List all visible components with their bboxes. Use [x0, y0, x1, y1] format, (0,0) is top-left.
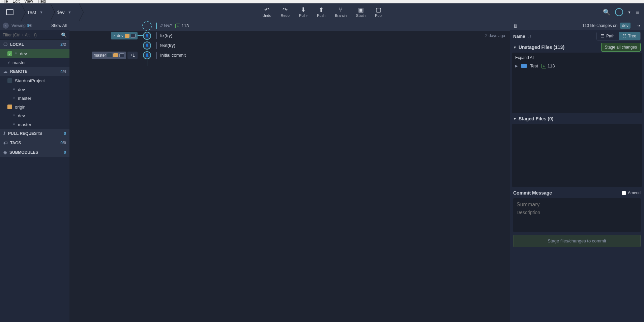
wip-message: // WIP +113 — [156, 23, 510, 29]
commit-node: 👤 — [143, 41, 151, 50]
unstaged-header: ▼ Unstaged Files (113) Stage all changes — [510, 42, 644, 53]
main: ‹ Viewing 6/6 Show All 🔍 🖵 LOCAL 2/2 ✓ ⑂… — [0, 21, 644, 322]
unstaged-file-area: Expand All ▶ Test +113 — [512, 53, 642, 113]
sidebar-remote-stardust[interactable]: StardustProject — [0, 76, 69, 85]
pull-request-icon: ⤴ — [3, 131, 5, 136]
ref-chip-more[interactable]: +1 — [127, 52, 138, 59]
back-button[interactable]: ‹ — [3, 23, 9, 29]
pull-button[interactable]: ⬇Pull▾ — [299, 7, 308, 18]
stash-button[interactable]: ▣Stash — [356, 7, 365, 18]
staged-title: Staged Files (0) — [519, 116, 553, 121]
menu-help[interactable]: Help — [38, 0, 46, 3]
section-tags[interactable]: 🏷 TAGS 0/0 — [0, 138, 69, 148]
caret-down-icon[interactable]: ▼ — [513, 117, 517, 121]
sidebar-item-origin-dev[interactable]: ⑂dev — [0, 111, 69, 120]
folder-icon — [521, 64, 527, 68]
graph-row-commit-2[interactable]: master +1 👤 Initial commit — [69, 50, 510, 60]
commit-title: Commit Message — [513, 190, 552, 196]
menubar: File Edit View Help — [0, 0, 644, 3]
tree-view-button[interactable]: ☷Tree — [619, 32, 640, 40]
file-tree-folder[interactable]: ▶ Test +113 — [515, 63, 639, 68]
sidebar-item-master[interactable]: ⑂ master — [0, 58, 69, 67]
undo-button[interactable]: ↶Undo — [262, 7, 271, 18]
avatar[interactable] — [615, 8, 623, 16]
summary-input[interactable] — [517, 202, 637, 208]
filter-input[interactable] — [3, 33, 61, 37]
list-icon: ☰ — [601, 34, 605, 38]
sidebar-item-stardust-master[interactable]: ⑂master — [0, 94, 69, 103]
cloud-icon: ☁ — [3, 69, 7, 74]
section-remote[interactable]: ☁ REMOTE 4/4 — [0, 67, 69, 76]
section-submodules[interactable]: ◉ SUBMODULES 0 — [0, 148, 69, 157]
graph-row-commit-0[interactable]: ✓ dev 👤 fix(try) 2 days ago — [69, 31, 510, 40]
commit-node: 👤 — [143, 51, 151, 59]
chevron-down-icon[interactable]: ▼ — [628, 10, 631, 14]
topbar-right: 🔍 ▼ ≡ — [603, 8, 644, 16]
menu-edit[interactable]: Edit — [12, 0, 20, 3]
sidebar-remote-origin[interactable]: origin — [0, 103, 69, 111]
crumb-folder[interactable] — [0, 3, 21, 21]
local-badge-icon — [131, 34, 136, 38]
search-icon[interactable]: 🔍 — [603, 8, 610, 16]
stash-icon: ▣ — [358, 7, 364, 13]
graph-row-commit-1[interactable]: 👤 feat(try) — [69, 40, 510, 50]
chevron-down-icon[interactable]: ▼ — [40, 10, 43, 14]
undo-icon: ↶ — [264, 7, 269, 13]
section-local[interactable]: 🖵 LOCAL 2/2 — [0, 40, 69, 49]
filter-row: 🔍 — [0, 30, 69, 40]
expand-all-button[interactable]: Expand All — [515, 55, 639, 60]
menu-view[interactable]: View — [24, 0, 33, 3]
sidebar-item-stardust-dev[interactable]: ⑂dev — [0, 85, 69, 94]
plus-icon: + — [175, 24, 180, 28]
ref-chip-master[interactable]: master — [92, 52, 126, 59]
search-icon[interactable]: 🔍 — [61, 32, 67, 38]
file-count-badge: +113 — [541, 63, 555, 68]
redo-button[interactable]: ↷Redo — [281, 7, 290, 18]
sidebar-item-dev[interactable]: ✓ ⑂ dev — [0, 49, 69, 58]
plus-icon: + — [541, 64, 546, 68]
description-input[interactable] — [517, 210, 637, 226]
rp-header: 🗑 113 file changes on dev ⇥ — [510, 21, 644, 30]
graph-panel: // WIP +113 ✓ dev 👤 fix(try) 2 days ago … — [69, 21, 510, 322]
commit-node: 👤 — [143, 32, 151, 40]
staged-header: ▼ Staged Files (0) — [510, 113, 644, 124]
path-view-button[interactable]: ☰Path — [597, 32, 619, 40]
hamburger-icon[interactable]: ≡ — [636, 9, 639, 16]
caret-down-icon: ▾ — [306, 14, 308, 18]
toolbar: ↶Undo ↷Redo ⬇Pull▾ ⬆Push ⑂Branch ▣Stash … — [262, 7, 382, 18]
topbar: Test ▼ dev ▼ ↶Undo ↷Redo ⬇Pull▾ ⬆Push ⑂B… — [0, 3, 644, 21]
collapse-panel-icon[interactable]: ⇥ — [637, 23, 641, 28]
push-button[interactable]: ⬆Push — [317, 7, 325, 18]
sidebar: ‹ Viewing 6/6 Show All 🔍 🖵 LOCAL 2/2 ✓ ⑂… — [0, 21, 69, 322]
section-pull-requests[interactable]: ⤴ PULL REQUESTS 0 — [0, 129, 69, 138]
ref-chip-dev[interactable]: ✓ dev — [111, 32, 138, 39]
pop-button[interactable]: ▢Pop — [375, 7, 382, 18]
staged-file-area — [512, 124, 642, 187]
menu-file[interactable]: File — [1, 0, 8, 3]
sort-label[interactable]: Name — [513, 34, 525, 39]
sort-icon[interactable]: ↓↑ — [528, 34, 531, 38]
commit-area: Commit Message Amend Stage files/changes… — [510, 187, 644, 251]
chevron-down-icon[interactable]: ▼ — [68, 10, 71, 14]
stage-all-button[interactable]: Stage all changes — [601, 43, 641, 52]
branch-icon: ⑂ — [15, 52, 17, 56]
branch-icon: ⑂ — [7, 60, 10, 64]
wip-node — [142, 21, 152, 31]
sidebar-item-origin-master[interactable]: ⑂master — [0, 120, 69, 129]
caret-down-icon[interactable]: ▼ — [513, 46, 517, 49]
tag-icon: 🏷 — [3, 141, 7, 145]
amend-checkbox[interactable]: Amend — [622, 191, 641, 195]
remote-icon — [7, 105, 12, 109]
trash-icon[interactable]: 🗑 — [513, 23, 518, 28]
amend-checkbox-input[interactable] — [622, 191, 626, 195]
remote-badge-icon — [107, 53, 112, 57]
commit-button[interactable]: Stage files/changes to commit — [513, 235, 641, 247]
view-mode-toggle: ☰Path ☷Tree — [596, 32, 641, 40]
remote-badge-icon — [113, 53, 118, 57]
show-all-button[interactable]: Show All — [51, 23, 67, 28]
branch-button[interactable]: ⑂Branch — [335, 7, 347, 18]
graph-row-wip[interactable]: // WIP +113 — [69, 21, 510, 31]
chevron-right-icon: ▶ — [515, 64, 518, 68]
branch-icon: ⑂ — [13, 114, 15, 118]
download-icon: ⬇ — [301, 7, 306, 13]
